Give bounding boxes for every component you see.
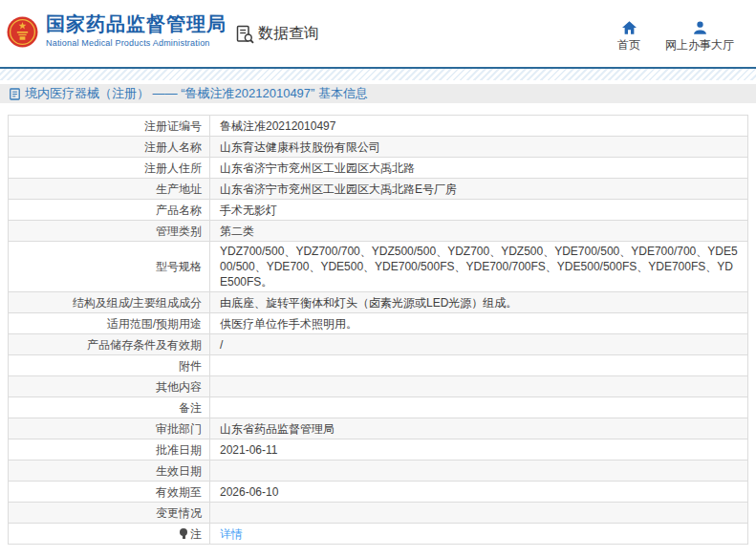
table-row: 结构及组成/主要组成成分由底座、旋转平衡体和灯头（卤素光源或LED光源）组成。 xyxy=(9,292,748,313)
row-label: 其他内容 xyxy=(9,376,210,397)
row-value: 山东省济宁市兖州区工业园区大禹北路 xyxy=(210,158,748,179)
org-name-en: National Medical Products Administration xyxy=(46,38,227,48)
row-value: 山东育达健康科技股份有限公司 xyxy=(210,137,748,158)
row-label-text: 注 xyxy=(190,527,202,541)
table-row: 生产地址山东省济宁市兖州区工业园区大禹北路E号厂房 xyxy=(9,179,748,200)
row-value: 2026-06-10 xyxy=(210,482,748,503)
row-label: 管理类别 xyxy=(9,221,210,242)
row-label: 批准日期 xyxy=(9,439,210,461)
row-label-text: 审批部门 xyxy=(156,422,202,436)
striped-band xyxy=(0,69,756,80)
row-value: 山东省济宁市兖州区工业园区大禹北路E号厂房 xyxy=(210,179,748,200)
row-label-text: 产品名称 xyxy=(156,204,202,217)
row-label-text: 管理类别 xyxy=(156,225,202,238)
table-row: 批准日期2021-06-11 xyxy=(9,439,748,461)
row-label: 产品储存条件及有效期 xyxy=(9,334,210,355)
breadcrumb: 境内医疗器械（注册） —— “鲁械注准20212010497” 基本信息 xyxy=(0,84,756,103)
table-row: 有效期至2026-06-10 xyxy=(9,482,748,503)
nav-item-label: 网上办事大厅 xyxy=(665,37,734,54)
row-value: / xyxy=(210,334,748,355)
org-name-cn: 国家药品监督管理局 xyxy=(46,12,227,35)
person-icon xyxy=(693,21,707,34)
row-label: 审批部门 xyxy=(9,418,210,439)
row-value: 详情 xyxy=(210,524,748,545)
table-row: 注册人名称山东育达健康科技股份有限公司 xyxy=(9,137,748,158)
row-label-text: 变更情况 xyxy=(156,506,202,520)
row-value xyxy=(210,503,748,524)
row-value xyxy=(210,461,748,482)
row-value: 山东省药品监督管理局 xyxy=(210,418,748,439)
nav-item-label: 首页 xyxy=(617,37,640,54)
home-icon xyxy=(622,21,637,34)
doc-search-icon xyxy=(235,25,254,44)
row-label-text: 产品储存条件及有效期 xyxy=(87,338,202,352)
row-label: 结构及组成/主要组成成分 xyxy=(9,292,210,313)
table-row: 审批部门山东省药品监督管理局 xyxy=(9,418,748,439)
row-label: 产品名称 xyxy=(9,200,210,221)
row-label-text: 型号规格 xyxy=(156,260,202,273)
row-label-text: 注册证编号 xyxy=(144,119,202,133)
row-label-text: 适用范围/预期用途 xyxy=(107,317,202,331)
row-value: 鲁械注准20212010497 xyxy=(210,116,748,137)
table-row: 其他内容 xyxy=(9,376,748,397)
row-label: 注册人名称 xyxy=(9,137,210,158)
row-label-text: 备注 xyxy=(179,401,202,415)
row-label-text: 注册人住所 xyxy=(144,161,202,175)
table-row: 附件 xyxy=(9,355,748,376)
table-row: 适用范围/预期用途供医疗单位作手术照明用。 xyxy=(9,313,748,334)
table-row: 注册证编号鲁械注准20212010497 xyxy=(9,116,748,137)
table-row: 生效日期 xyxy=(9,461,748,482)
table-row: 型号规格YDZ700/500、YDZ700/700、YDZ500/500、YDZ… xyxy=(9,242,748,292)
bulb-icon xyxy=(180,528,187,539)
row-label: 有效期至 xyxy=(9,482,210,503)
table-row: 变更情况 xyxy=(9,503,748,524)
registration-table-body: 注册证编号鲁械注准20212010497注册人名称山东育达健康科技股份有限公司注… xyxy=(9,116,748,545)
row-label: 变更情况 xyxy=(9,503,210,524)
row-value: 第二类 xyxy=(210,221,748,242)
row-label-text: 有效期至 xyxy=(156,485,202,499)
row-label: 适用范围/预期用途 xyxy=(9,313,210,334)
row-label: 生效日期 xyxy=(9,461,210,482)
row-label: 型号规格 xyxy=(9,242,210,292)
row-label-text: 生效日期 xyxy=(156,464,202,478)
row-value: 2021-06-11 xyxy=(210,439,748,461)
row-value: 供医疗单位作手术照明用。 xyxy=(210,313,748,334)
row-value xyxy=(210,376,748,397)
table-row: 注详情 xyxy=(9,524,748,545)
registration-info-table: 注册证编号鲁械注准20212010497注册人名称山东育达健康科技股份有限公司注… xyxy=(8,115,748,545)
row-label-text: 其他内容 xyxy=(156,380,202,394)
row-label-text: 结构及组成/主要组成成分 xyxy=(73,296,202,310)
data-query-label: 数据查询 xyxy=(258,24,319,44)
row-label: 注册证编号 xyxy=(9,116,210,137)
row-label: 注册人住所 xyxy=(9,158,210,179)
row-value: YDZ700/500、YDZ700/700、YDZ500/500、YDZ700、… xyxy=(210,242,748,292)
row-value xyxy=(210,355,748,376)
row-label: 备注 xyxy=(9,397,210,418)
row-label-text: 批准日期 xyxy=(156,443,202,457)
table-row: 产品名称手术无影灯 xyxy=(9,200,748,221)
row-value xyxy=(210,397,748,418)
top-nav: 首页 网上办事大厅 xyxy=(617,21,734,54)
table-row: 管理类别第二类 xyxy=(9,221,748,242)
row-label: 附件 xyxy=(9,355,210,376)
row-label-text: 附件 xyxy=(179,359,202,373)
table-row: 产品储存条件及有效期/ xyxy=(9,334,748,355)
national-emblem-logo xyxy=(7,16,38,48)
row-value: 由底座、旋转平衡体和灯头（卤素光源或LED光源）组成。 xyxy=(210,292,748,313)
document-icon xyxy=(10,88,20,100)
row-value: 手术无影灯 xyxy=(210,200,748,221)
table-row: 注册人住所山东省济宁市兖州区工业园区大禹北路 xyxy=(9,158,748,179)
data-query-heading: 数据查询 xyxy=(235,24,319,44)
nav-item-home[interactable]: 首页 xyxy=(617,21,640,54)
page-title: 境内医疗器械（注册） —— “鲁械注准20212010497” 基本信息 xyxy=(25,85,368,102)
page-header: 国家药品监督管理局 National Medical Products Admi… xyxy=(0,0,756,67)
table-row: 备注 xyxy=(9,397,748,418)
row-label-text: 注册人名称 xyxy=(144,140,202,154)
nav-item-service-hall[interactable]: 网上办事大厅 xyxy=(665,21,734,54)
row-label-text: 生产地址 xyxy=(156,182,202,196)
row-label: 注 xyxy=(9,524,210,545)
details-link[interactable]: 详情 xyxy=(220,527,243,541)
row-label: 生产地址 xyxy=(9,179,210,200)
